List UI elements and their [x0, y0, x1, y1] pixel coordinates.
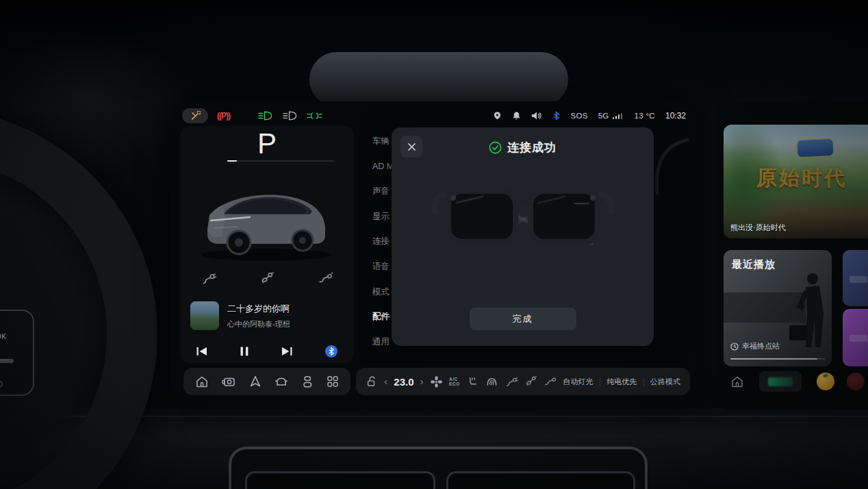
sos-button[interactable]: SOS [570, 112, 587, 120]
volume-icon[interactable] [531, 111, 542, 121]
air-vent-left[interactable] [245, 471, 435, 489]
fan-icon[interactable] [430, 375, 443, 388]
movie-poster-card[interactable]: 原始时代 熊出没·原始时代 [724, 125, 868, 238]
card-text-hint [850, 276, 867, 283]
mango-app-icon[interactable] [817, 373, 834, 390]
apps-grid-icon[interactable] [327, 375, 339, 388]
connection-success-modal: 连接成功 完成 [392, 127, 654, 346]
recently-played-header: 最近播放 [732, 258, 776, 271]
steering-pad-bar [0, 359, 14, 363]
discharge-icon[interactable] [318, 271, 333, 286]
track-artist: 心中的阿勒泰-理想 [227, 319, 344, 329]
passenger-dock [715, 368, 868, 395]
charging-cable-icon[interactable] [524, 375, 537, 388]
passenger-display: 原始时代 熊出没·原始时代 最近播放 幸福终点站 [715, 101, 868, 410]
climate-bar: ‹ 23.0 › A/C ECO 自动灯光 纯电优先 公路模式 [356, 368, 690, 395]
vehicle-card: P [181, 126, 353, 363]
home-icon[interactable] [730, 375, 744, 388]
media-text: 二十多岁的你啊 心中的阿勒泰-理想 [227, 301, 344, 337]
discharge-icon[interactable] [544, 375, 557, 388]
app-icon-partial[interactable] [847, 373, 865, 390]
steering-pad-dial [0, 381, 3, 388]
recent-progress-bar [730, 358, 825, 360]
history-clock-icon [730, 342, 739, 351]
temp-down-button[interactable]: ‹ [384, 377, 387, 386]
low-beam-icon [257, 111, 273, 121]
parking-brake-warning-icon: ((P)) [217, 111, 230, 121]
cabin-temperature[interactable]: 23.0 [394, 376, 413, 388]
air-vent-right[interactable] [446, 471, 635, 489]
video-app-button[interactable] [759, 371, 802, 392]
divider [643, 377, 644, 386]
lock-icon[interactable] [366, 375, 378, 388]
media-progress-bar[interactable] [227, 160, 334, 162]
charging-cable-icon[interactable] [259, 271, 275, 286]
vehicle-image[interactable] [188, 164, 346, 267]
location-icon[interactable] [493, 111, 502, 121]
network-label: 5G [598, 112, 609, 120]
status-bar: ((P)) SOS 5G 13 °C 10:32 [182, 107, 686, 125]
media-widget[interactable]: 二十多岁的你啊 心中的阿勒泰-理想 [190, 301, 344, 337]
track-title: 二十多岁的你啊 [227, 303, 344, 315]
status-left-cluster: ((P)) [182, 108, 331, 123]
signal-bars-icon [611, 112, 622, 119]
bluetooth-audio-icon[interactable] [324, 344, 338, 358]
maintenance-icon[interactable] [182, 108, 208, 123]
steering-touchpad[interactable]: OK [0, 310, 34, 396]
clearance-lamp-icon [307, 111, 322, 121]
bluetooth-icon[interactable] [552, 111, 560, 121]
smart-glasses-image [431, 171, 615, 259]
charge-controls [181, 271, 353, 286]
charge-port-icon[interactable] [201, 271, 216, 286]
recently-played-card[interactable]: 最近播放 幸福终点站 [724, 250, 832, 366]
recent-item-title: 幸福终点站 [742, 341, 780, 351]
media-controls [181, 340, 353, 363]
ev-priority-toggle[interactable]: 纯电优先 [607, 377, 637, 387]
modal-header: 连接成功 [392, 140, 654, 155]
divider [600, 377, 600, 386]
navigation-icon[interactable] [249, 375, 261, 388]
defrost-icon[interactable] [485, 375, 498, 388]
seat-ventilation-icon[interactable] [466, 375, 479, 388]
seat-icon[interactable] [301, 375, 314, 388]
success-check-icon [489, 141, 502, 154]
recent-item-row: 幸福终点站 [730, 341, 780, 351]
notification-bell-icon[interactable] [512, 111, 521, 121]
eco-label: ECO [449, 381, 460, 386]
album-art [190, 301, 219, 330]
ac-eco-label[interactable]: A/C ECO [449, 377, 460, 386]
charge-port-icon[interactable] [505, 375, 518, 388]
vehicle-controls-icon[interactable] [275, 375, 288, 388]
sensor-pod [309, 52, 568, 107]
car-cockpit: OK ((P)) SOS 5G [0, 0, 868, 489]
category-card-blue[interactable] [843, 250, 868, 306]
background-illustration [650, 136, 689, 197]
road-mode-toggle[interactable]: 公路模式 [650, 377, 680, 387]
gear-indicator: P [181, 127, 353, 160]
recent-progress-fill [730, 358, 817, 360]
poster-shade [724, 125, 868, 238]
auto-headlight-icon [282, 111, 298, 121]
next-track-icon[interactable] [281, 346, 293, 357]
air-vent-assembly [229, 447, 648, 489]
done-button[interactable]: 完成 [470, 308, 576, 330]
steering-ok-label: OK [0, 333, 6, 340]
poster-caption: 熊出没·原始时代 [730, 223, 786, 233]
temp-up-button[interactable]: › [420, 377, 424, 386]
card-text-hint [850, 335, 867, 342]
status-right-cluster: SOS 5G 13 °C 10:32 [483, 111, 686, 121]
app-dock [183, 368, 350, 395]
clock: 10:32 [665, 111, 686, 121]
pause-icon[interactable] [240, 346, 249, 357]
outside-temperature: 13 °C [635, 112, 655, 120]
media-progress-fill [227, 160, 237, 162]
green-wordmark [768, 377, 793, 386]
camera-view-icon[interactable] [222, 376, 236, 388]
home-icon[interactable] [195, 375, 209, 388]
auto-light-toggle[interactable]: 自动灯光 [563, 377, 593, 387]
category-card-purple[interactable] [843, 309, 868, 366]
previous-track-icon[interactable] [196, 346, 208, 357]
modal-title: 连接成功 [507, 140, 557, 155]
network-indicator: 5G [598, 112, 624, 120]
center-display: ((P)) SOS 5G 13 °C 10:32 [171, 101, 695, 410]
